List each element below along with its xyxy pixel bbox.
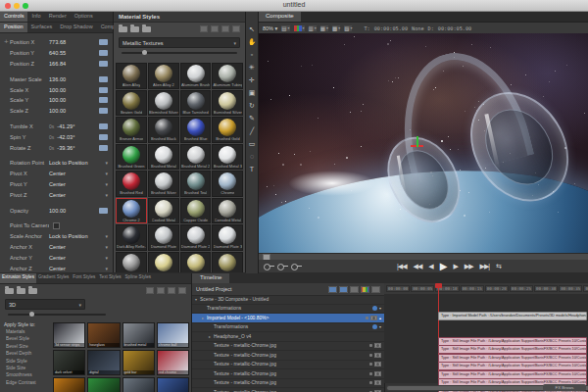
lock-icon[interactable] <box>369 354 372 357</box>
delete-style-icon[interactable] <box>168 287 175 294</box>
camera-view-icon[interactable]: ▩▾ <box>331 24 341 32</box>
fast-forward-button[interactable]: ▶▶ <box>461 263 476 270</box>
style-thumb-blue-glass[interactable]: blue glass <box>157 377 189 392</box>
pivot-z-value[interactable]: Center <box>49 192 66 198</box>
subtab-surfaces[interactable]: Surfaces <box>27 23 57 32</box>
style-thumb-3d-sensor-strips[interactable]: 3d sensor strips <box>53 322 85 348</box>
anchor-z-value[interactable]: Center <box>49 266 66 271</box>
playhead-handle[interactable] <box>435 283 442 288</box>
timeline-row-texture-metallic-chrome-jpg-9[interactable]: Texture - metallic-Chrome.jpg <box>192 379 384 389</box>
chevron-down-icon[interactable]: ▾ <box>105 192 108 198</box>
subtab-position[interactable]: Position <box>0 23 27 32</box>
rotation-point-value[interactable]: Lock to Position <box>49 160 88 166</box>
fast-rewind-button[interactable]: ◀◀ <box>410 263 425 270</box>
material-brushed-silver[interactable]: Brushed Silver <box>148 171 179 197</box>
material-copper-oxide[interactable]: Copper Oxide <box>180 198 212 224</box>
position-x-value[interactable]: 773.68 <box>49 39 66 45</box>
lock-icon[interactable] <box>366 317 368 319</box>
material-brushed-metal-2[interactable]: Brushed Metal 2 <box>180 144 212 171</box>
chevron-down-icon[interactable]: ▾ <box>105 255 108 261</box>
style-thumb-digital[interactable]: digital <box>87 350 120 375</box>
style-thumb-brushed-metal[interactable]: brushed metal <box>122 322 155 348</box>
style-thumb-green-wedge[interactable]: green wedge <box>87 377 120 392</box>
thumbnail-size-slider[interactable] <box>122 52 237 54</box>
scale-y-value[interactable]: 100.00 <box>49 97 66 103</box>
open-folder-icon[interactable] <box>17 288 25 294</box>
keyframe-button[interactable] <box>99 39 108 45</box>
copy-style-icon[interactable] <box>211 25 219 32</box>
delete-style-icon[interactable] <box>221 25 229 32</box>
timeline-row-imported-model-100-80-2[interactable]: ▸Imported Model - <100.80%>▴ <box>192 314 384 323</box>
new-style-icon[interactable] <box>200 25 208 32</box>
style-thumb-dark-velvet[interactable]: dark velvet <box>53 350 85 375</box>
keyframe-button[interactable] <box>99 50 108 56</box>
material-gold-coins[interactable]: Gold Coins <box>148 252 179 273</box>
tab-extrusion-styles[interactable]: Extrusion Styles <box>0 273 36 283</box>
material-brushed-metal[interactable]: Brushed Metal <box>148 144 179 171</box>
material-gold-dust[interactable]: Gold Dust <box>212 252 243 273</box>
tab-spline-styles[interactable]: Spline Styles <box>123 273 154 283</box>
new-folder-icon[interactable] <box>119 26 127 32</box>
point-to-camera-checkbox[interactable] <box>53 222 60 229</box>
timeline-row-texture-metallic-chrome-jpg-8[interactable]: Texture - metallic-Chrome.jpg <box>192 369 384 379</box>
keyframe-button[interactable] <box>99 61 108 67</box>
new-style-icon[interactable] <box>146 287 154 294</box>
preview-quality-icon[interactable]: ▥▾ <box>308 24 318 32</box>
apply-item-bevel-style[interactable]: Bevel Style <box>6 336 51 343</box>
rectangle-tool-icon[interactable]: ▭ <box>249 140 256 147</box>
tab-render[interactable]: Render <box>45 12 71 22</box>
material-beaten-gold[interactable]: Beaten Gold <box>116 90 147 117</box>
zoom-level-dropdown[interactable]: 80% ▾ <box>263 25 277 31</box>
keyframe-button[interactable] <box>99 97 108 103</box>
style-thumb-steel[interactable]: steel <box>122 377 155 392</box>
material-brushed-blue[interactable]: Brushed Blue <box>180 117 212 143</box>
pen-tool-icon[interactable]: ✎ <box>249 115 255 122</box>
tab-font-styles[interactable]: Font Styles <box>71 273 97 283</box>
gizmo-y-axis[interactable] <box>416 136 418 147</box>
material-blemished-silver[interactable]: Blemished Silver <box>148 90 179 117</box>
material-dark-alloy-refle[interactable]: Dark Alloy Refle... <box>116 224 147 251</box>
camera-icon[interactable] <box>374 362 381 367</box>
open-folder-icon[interactable] <box>130 26 139 32</box>
chevron-down-icon[interactable]: ▾ <box>105 171 108 176</box>
tab-composite[interactable]: Composite <box>259 12 301 22</box>
material-brushed-teal[interactable]: Brushed Teal <box>180 171 212 197</box>
timeline-row-scene-3d-composite-untitled-0[interactable]: ▾Scene - 3D Composite - Untitled <box>192 295 384 305</box>
pivot-x-value[interactable]: Center <box>49 171 66 176</box>
material-diamond-plate-3[interactable]: Diamond Plate 3 <box>212 224 243 251</box>
chevron-down-icon[interactable]: ▾ <box>105 160 108 166</box>
keyframe-button[interactable] <box>99 208 108 214</box>
keyframe-button[interactable] <box>99 145 108 151</box>
colorbars-icon[interactable] <box>361 286 369 293</box>
ellipse-tool-icon[interactable]: ◌ <box>250 153 254 160</box>
material-gold-dark[interactable]: Gold Dark <box>180 252 212 273</box>
play-button[interactable]: ▶ <box>436 261 450 271</box>
anchor-y-value[interactable]: Center <box>49 255 66 261</box>
tab-timeline[interactable]: Timeline <box>192 273 229 283</box>
chevron-down-icon[interactable]: ▾ <box>379 324 381 329</box>
thumbnail-size-slider[interactable] <box>8 314 106 316</box>
material-alien-alloy[interactable]: Alien Alloy <box>116 63 147 89</box>
move-tool-icon[interactable]: ✛ <box>249 76 255 83</box>
timeline-row-transformations-1[interactable]: Transformations▾ <box>192 305 384 315</box>
prev-keyframe-button[interactable] <box>277 263 288 270</box>
chevron-down-icon[interactable]: ▾ <box>105 244 108 250</box>
timeline-row-texture-metallic-chrome-jpg-6[interactable]: Texture - metallic-Chrome.jpg <box>192 351 384 361</box>
timeline-tracks[interactable]: Type : Imported Model Path : /Users/bran… <box>384 294 588 383</box>
spin-y-value[interactable]: -42.03° <box>57 134 74 140</box>
apply-item-side-style[interactable]: Side Style <box>6 359 51 366</box>
timeline-row-headphone-o-v4-4[interactable]: ▸Headphone_O v4 <box>192 332 384 342</box>
apply-style-icon[interactable] <box>232 25 240 32</box>
keyframe-button[interactable] <box>99 123 108 129</box>
tab-options[interactable]: Options <box>71 12 97 22</box>
timeline-row-transformations-3[interactable]: Transformations▾ <box>192 323 384 333</box>
keyframe-button[interactable] <box>99 134 108 140</box>
step-back-button[interactable]: ◀ <box>425 263 436 270</box>
marquee-tool-icon[interactable]: ▫ <box>251 51 253 58</box>
material-category-dropdown[interactable]: Metallic Textures ▾ <box>119 37 240 48</box>
loop-button[interactable]: ⇆ <box>493 263 505 270</box>
lock-icon[interactable] <box>369 344 372 347</box>
opacity-value[interactable]: 100.00 <box>49 208 66 214</box>
material-brushed-black[interactable]: Brushed Black <box>148 117 179 143</box>
apply-item-edge-contrast[interactable]: Edge Contrast <box>6 380 51 387</box>
